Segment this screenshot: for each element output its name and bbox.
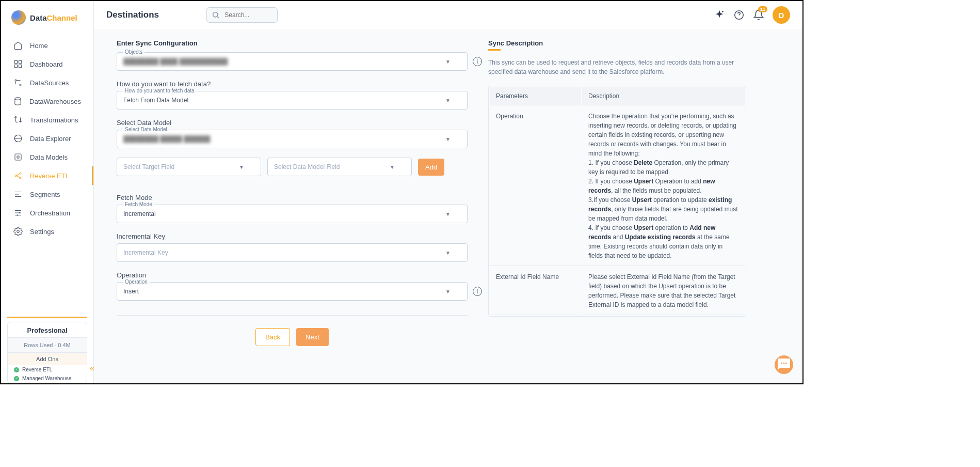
check-icon: ✓ — [14, 376, 19, 381]
svg-point-16 — [17, 230, 20, 233]
desc-underline — [488, 49, 501, 51]
fetch-mode-label: Fetch Mode — [117, 194, 468, 201]
svg-point-10 — [15, 175, 17, 177]
chevron-down-icon: ▼ — [390, 164, 395, 170]
operation-select[interactable]: Insert ▼ — [117, 282, 468, 301]
chat-fab[interactable] — [775, 355, 793, 374]
chevron-down-icon: ▼ — [445, 289, 451, 294]
param-name: External Id Field Name — [490, 267, 581, 315]
transform-icon — [13, 115, 23, 124]
fetch-data-group: How do you want to fetch data Fetch From… — [117, 91, 468, 110]
nav-label: Reverse ETL — [30, 172, 69, 180]
warehouse-icon — [13, 97, 22, 106]
svg-rect-0 — [14, 60, 17, 63]
fetch-data-select[interactable]: Fetch From Data Model ▼ — [117, 91, 468, 110]
select-model-select[interactable]: ████████ █████ ██████ ▼ — [117, 130, 468, 148]
nav-home[interactable]: Home — [1, 36, 93, 55]
svg-rect-3 — [19, 65, 22, 68]
chevron-down-icon: ▼ — [445, 98, 451, 103]
nav-dataexplorer[interactable]: Data Explorer — [1, 129, 93, 148]
svg-point-18 — [722, 11, 724, 12]
nav-label: DataSources — [30, 79, 69, 87]
fetch-mode-select[interactable]: Incremental ▼ — [117, 205, 468, 223]
svg-point-15 — [17, 215, 18, 216]
chevron-down-icon: ▼ — [239, 164, 244, 170]
nav-transformations[interactable]: Transformations — [1, 111, 93, 129]
svg-point-22 — [785, 363, 787, 364]
help-icon[interactable] — [733, 9, 745, 21]
svg-point-17 — [213, 12, 218, 17]
topbar: Destinations 11 D — [94, 1, 802, 29]
float-label: How do you want to fetch data — [123, 88, 197, 94]
incr-key-select[interactable]: Incremental Key ▼ — [117, 243, 468, 262]
operation-group: Operation Insert ▼ i — [117, 282, 468, 301]
explorer-icon — [13, 134, 23, 143]
float-label: Objects — [123, 49, 144, 55]
nav-label: Transformations — [30, 116, 78, 124]
nav-label: Dashboard — [30, 60, 63, 68]
nav-orchestration[interactable]: Orchestration — [1, 204, 93, 222]
home-icon — [13, 41, 23, 50]
chevron-down-icon: ▼ — [445, 211, 451, 217]
add-button[interactable]: Add — [418, 159, 444, 176]
avatar[interactable]: D — [773, 6, 790, 24]
page-title: Destinations — [106, 10, 159, 20]
sparkle-icon[interactable] — [714, 9, 725, 21]
gear-icon — [13, 227, 23, 236]
svg-rect-8 — [15, 154, 21, 160]
addon-item: ✓Reverse ETL — [8, 365, 87, 374]
svg-point-13 — [16, 210, 17, 211]
select-model-group: Select Data Model ████████ █████ ██████ … — [117, 130, 468, 148]
info-icon[interactable]: i — [473, 57, 482, 66]
incr-key-group: Incremental Key ▼ — [117, 243, 468, 262]
nav-label: Orchestration — [30, 209, 70, 217]
param-desc: Choose the operation that you're perform… — [582, 106, 745, 266]
nav-label: Data Models — [30, 153, 68, 161]
float-label: Fetch Mode — [123, 201, 154, 207]
back-button[interactable]: Back — [255, 328, 290, 346]
next-button[interactable]: Next — [296, 328, 329, 346]
section-title: Enter Sync Configuration — [117, 39, 468, 47]
logo-icon — [11, 10, 26, 25]
fetch-mode-group: Fetch Mode Incremental ▼ — [117, 205, 468, 223]
dashboard-icon — [13, 59, 23, 69]
nav-settings[interactable]: Settings — [1, 222, 93, 241]
objects-group: Objects ████████ ████ ███████████ ▼ i — [117, 52, 468, 71]
search-box — [206, 7, 278, 23]
svg-point-14 — [19, 212, 20, 213]
bell-icon[interactable]: 11 — [753, 9, 764, 21]
objects-select[interactable]: ████████ ████ ███████████ ▼ — [117, 52, 468, 71]
table-row: External Id Field Name Please select Ext… — [490, 267, 745, 315]
nav-datamodels[interactable]: Data Models — [1, 148, 93, 166]
nav-segments[interactable]: Segments — [1, 185, 93, 204]
addon-item: ✓Managed Warehouse — [8, 374, 87, 383]
incr-key-label: Incremental Key — [117, 232, 468, 240]
model-field-select[interactable]: Select Data Model Field ▼ — [267, 158, 412, 176]
topbar-actions: 11 D — [714, 6, 790, 24]
nav-label: Home — [30, 42, 48, 50]
datasources-icon — [13, 78, 23, 87]
segments-icon — [13, 190, 23, 199]
chevron-down-icon: ▼ — [445, 250, 451, 256]
desc-table: Parameters Description Operation Choose … — [488, 86, 746, 317]
svg-rect-2 — [14, 65, 17, 68]
info-icon[interactable]: i — [473, 287, 482, 296]
target-field-select[interactable]: Select Target Field ▼ — [117, 158, 261, 176]
param-name: Operation — [490, 106, 581, 266]
logo[interactable]: DataChannel — [1, 1, 93, 34]
nav-reverseetl[interactable]: Reverse ETL — [1, 166, 93, 185]
svg-point-9 — [17, 156, 20, 159]
notif-badge: 11 — [758, 6, 767, 12]
svg-point-6 — [15, 98, 21, 100]
description-column: Sync Description This sync can be used t… — [488, 39, 746, 373]
nav-label: DataWarehouses — [29, 98, 81, 105]
chevron-down-icon: ▼ — [445, 136, 451, 142]
nav: Home Dashboard DataSources DataWarehouse… — [1, 34, 93, 317]
nav-datasources[interactable]: DataSources — [1, 73, 93, 92]
nav-dashboard[interactable]: Dashboard — [1, 55, 93, 73]
nav-datawarehouses[interactable]: DataWarehouses — [1, 92, 93, 111]
sidebar-footer: Professional Rows Used - 0.4M Add Ons ✓R… — [7, 317, 87, 383]
nav-label: Settings — [30, 228, 54, 236]
svg-point-21 — [783, 363, 785, 364]
plan-card: Professional Rows Used - 0.4M Add Ons ✓R… — [7, 322, 87, 383]
